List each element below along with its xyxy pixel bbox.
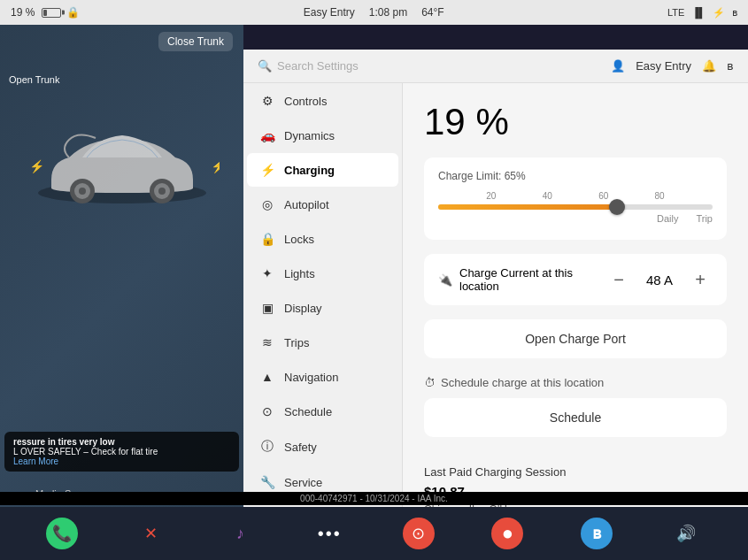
schedule-section-label: ⏱ Schedule charge at this location [424,376,727,389]
charge-slider-container[interactable]: 20 40 60 80 Daily Trip [438,191,713,224]
battery-icon [42,8,61,18]
status-bar: 19 % 🔒 Easy Entry 1:08 pm 64°F LTE ▐▌ ⚡ … [0,0,748,25]
nav-item-lights[interactable]: ✦ Lights [247,257,398,290]
nav-item-autopilot[interactable]: ◎ Autopilot [247,188,398,221]
notification-icon: 🔔 [702,59,716,73]
close-trunk-button[interactable]: Close Trunk [158,32,233,51]
controls-icon: ⚙ [259,94,275,108]
lights-icon: ✦ [259,266,275,280]
dock-record[interactable]: ● [491,518,523,549]
dock-music[interactable]: ♪ [225,518,257,549]
svg-text:⚡: ⚡ [211,159,220,174]
charge-limit-label: Charge Limit: 65% [438,170,713,182]
service-icon: 🔧 [259,475,275,489]
dock-volume[interactable]: 🔊 [670,518,702,549]
display-label: Display [284,302,322,315]
trips-label: Trips [284,336,309,349]
bottom-info-bar: 000-40742971 - 10/31/2024 - IAA Inc. [0,492,748,505]
svg-point-3 [79,188,86,195]
charge-percent: 19 % [424,101,727,143]
trip-label: Trip [696,213,713,224]
header-right: 👤 Easy Entry 🔔 ʙ [611,59,734,73]
battery-percent: 19 % [11,6,35,19]
navigation-label: Navigation [284,371,338,384]
open-charge-port-button[interactable]: Open Charge Port [424,319,727,358]
dynamics-icon: 🚗 [259,128,275,142]
nav-item-controls[interactable]: ⚙ Controls [247,84,398,118]
svg-point-6 [158,188,166,195]
alert-title: ressure in tires very low [13,437,230,447]
autopilot-icon: ◎ [259,197,275,211]
dock-home[interactable]: ⊙ [403,518,435,549]
bottom-info-text: 000-40742971 - 10/31/2024 - IAA Inc. [300,494,448,503]
status-center: Easy Entry 1:08 pm 64°F [304,6,444,19]
wifi-icon: ⚡ [713,7,725,19]
settings-header: 🔍 Search Settings 👤 Easy Entry 🔔 ʙ [243,50,748,83]
temperature-display: 64°F [421,6,443,19]
dock-menu[interactable]: ••• [313,518,345,549]
slider-thumb[interactable] [609,199,625,215]
nav-item-safety[interactable]: ⓘ Safety [247,429,398,464]
search-area: 🔍 Search Settings [258,59,359,73]
controls-label: Controls [284,95,327,108]
last-session-title: Last Paid Charging Session [424,465,727,479]
charge-current-label: 🔌 Charge Current at this location [438,266,606,293]
profile-label[interactable]: Easy Entry [636,59,691,73]
plug-icon: 🔌 [438,273,452,287]
signal-icon: ▐▌ [691,7,706,18]
service-label: Service [284,476,322,489]
bluetooth-status-icon: ʙ [732,7,737,19]
car-svg: ⚡ ⚡ [25,113,220,219]
locks-label: Locks [284,233,314,246]
nav-item-charging[interactable]: ⚡ Charging [247,153,398,187]
nav-item-dynamics[interactable]: 🚗 Dynamics [247,119,398,152]
locks-icon: 🔒 [259,232,275,246]
dock-bar: 📞 ✕ ♪ ••• ⊙ ● ʙ 🔊 [0,507,748,560]
schedule-icon: ⊙ [259,404,275,418]
nav-item-locks[interactable]: 🔒 Locks [247,222,398,256]
bluetooth-header-icon: ʙ [727,59,734,73]
dock-phone[interactable]: 📞 [46,518,78,549]
slider-fill [438,204,617,210]
lights-label: Lights [284,267,315,280]
charging-label: Charging [284,164,335,177]
safety-label: Safety [284,441,317,454]
car-panel-top: Close Trunk [0,25,243,58]
nav-item-navigation[interactable]: ▲ Navigation [247,360,398,394]
navigation-icon: ▲ [259,370,275,384]
status-right: LTE ▐▌ ⚡ ʙ [667,7,737,19]
settings-content: 19 % Charge Limit: 65% 20 40 60 80 [403,83,748,507]
charge-limit-section: Charge Limit: 65% 20 40 60 80 [424,157,727,240]
slider-ticks: 20 40 60 80 [438,191,713,201]
car-panel: Close Trunk Open Trunk [0,25,243,560]
nav-item-display[interactable]: ▣ Display [247,291,398,325]
easy-entry-status: Easy Entry [304,6,355,19]
dynamics-label: Dynamics [284,129,335,142]
settings-area: ⚙ Controls 🚗 Dynamics ⚡ Charging ◎ Autop… [243,83,748,507]
search-placeholder[interactable]: Search Settings [277,59,359,73]
dock-bluetooth[interactable]: ʙ [581,518,613,549]
slider-track[interactable] [438,204,713,210]
status-left: 19 % 🔒 [11,6,80,19]
trips-icon: ≋ [259,335,275,349]
svg-text:⚡: ⚡ [29,159,45,174]
charging-icon: ⚡ [259,163,275,177]
learn-more-link[interactable]: Learn More [13,456,58,466]
nav-item-schedule[interactable]: ⊙ Schedule [247,395,398,428]
charge-current-control: − 48 A + [606,267,713,292]
autopilot-label: Autopilot [284,198,329,211]
profile-icon: 👤 [611,59,625,73]
search-icon: 🔍 [258,59,272,73]
increase-current-button[interactable]: + [688,267,713,292]
decrease-current-button[interactable]: − [606,267,631,292]
charge-current-section: 🔌 Charge Current at this location − 48 A… [424,254,727,305]
lock-icon: 🔒 [66,6,80,19]
safety-icon: ⓘ [259,439,275,455]
dock-nav[interactable]: ✕ [135,518,167,549]
car-image: ⚡ ⚡ [0,78,243,255]
alert-body: L OVER SAFELY – Check for flat tire [13,447,230,456]
daily-label: Daily [657,213,678,224]
nav-item-trips[interactable]: ≋ Trips [247,326,398,359]
charge-current-value: 48 A [642,272,677,288]
schedule-button[interactable]: Schedule [424,398,727,437]
